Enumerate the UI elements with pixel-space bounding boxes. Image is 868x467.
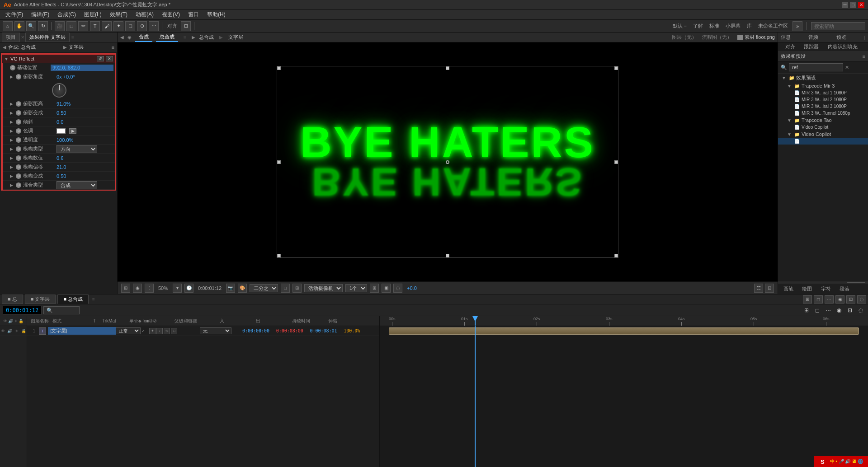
clear-search-btn[interactable]: ✕ [845,65,849,70]
close-button[interactable]: ✕ [858,2,864,8]
workspace-more[interactable]: » [793,21,802,31]
prop-dropdown-blurtype[interactable]: 方向 高斯 [57,145,97,153]
brush-tool[interactable]: 🖌 [102,21,112,31]
prop-expand-tilt[interactable]: ▶ [10,120,13,124]
title-bar-controls[interactable]: ─ □ ✕ [842,2,864,8]
tree-item-tao1[interactable]: 📄 Video Copilot [778,124,868,131]
prop-value-opacity[interactable]: 100.0% [57,137,113,143]
prop-blur-fade[interactable]: ▶ ⊙ 模糊变成 0.50 [3,172,115,181]
prop-value-blurval[interactable]: 0.6 [57,155,113,161]
vis-lock-btn[interactable]: 🔓 [21,328,27,334]
prop-expand-blend[interactable]: ▶ [10,183,13,187]
prop-expand-blurtype[interactable]: ▶ [10,147,13,151]
prop-value-height[interactable]: 91.0% [57,101,113,107]
transparency-btn[interactable]: ☷ [754,284,763,293]
prop-value-tilt[interactable]: 0.0 [57,119,113,125]
handle-mid-left[interactable] [277,160,281,164]
tree-item-video-copilot[interactable]: ▼ 📁 Video Copilot [778,131,868,138]
zoom-dropdown-btn[interactable]: ▾ [173,284,182,293]
content-fill-label[interactable]: 内容识别填充 [824,41,861,50]
minimize-button[interactable]: ─ [842,2,848,8]
restore-button[interactable]: □ [850,2,856,8]
vis-eye-btn[interactable]: 👁 [0,328,6,334]
paint-label[interactable]: 绘图 [798,283,816,292]
handle-top-mid[interactable] [446,66,449,70]
tl-ctrl-5[interactable]: ⊡ [845,306,854,315]
handle-bottom-mid[interactable] [446,254,449,257]
timeline-search[interactable] [43,306,80,314]
vg-reset-btn[interactable]: ↺ [97,56,104,61]
tl-opt-4[interactable]: ◉ [835,295,844,304]
snapshot-btn[interactable]: 📷 [226,284,235,293]
timecode-btn[interactable]: 🕐 [184,284,193,293]
tree-item-trapcode-mir[interactable]: ▼ 📁 Trapcode Mir 3 [778,82,868,89]
tl-tab-textlayer[interactable]: ■ 文字层 [25,294,56,304]
workspace-small[interactable]: 小屏幕 [724,23,742,29]
rotate-tool[interactable]: ↻ [38,21,48,31]
prop-value-position[interactable]: 992.0, 682.0 [51,65,113,71]
prop-expand-blurval[interactable]: ▶ [10,156,13,160]
tl-ctrl-2[interactable]: ◻ [813,306,822,315]
quality-dropdown[interactable]: 二分之 [250,284,278,292]
tl-opt-2[interactable]: ◻ [814,295,823,304]
fast-preview-btn[interactable]: □ [281,284,290,293]
preview-label[interactable]: 预览 [836,34,846,41]
tl-ctrl-4[interactable]: ◉ [835,306,844,315]
snap-btn[interactable]: ⊞ [121,284,130,293]
mode-check[interactable]: ✓ [142,329,145,333]
menu-edit[interactable]: 编辑(E) [28,10,53,19]
zoom-tool[interactable]: 🔍 [26,21,36,31]
home-button[interactable]: ⌂ [3,21,13,31]
menu-view[interactable]: 视图(V) [158,10,184,19]
align-btn[interactable]: ⊞ [181,21,191,31]
prop-shadow-fade[interactable]: ▶ ⊙ 俯影变成 0.50 [3,108,115,117]
search-input[interactable] [811,22,865,30]
preview-canvas[interactable]: BYE HATERS BYE HATERS [118,42,778,281]
hand-tool[interactable]: ✋ [14,21,24,31]
prop-value-bluroffset[interactable]: 21.0 [57,164,113,170]
menu-effects[interactable]: 效果(T) [106,10,131,19]
vg-delete-btn[interactable]: ✕ [106,56,113,61]
tab-effect-controls[interactable]: 效果控件 文字层 [25,33,70,42]
prop-expand-height[interactable]: ▶ [10,102,13,106]
prop-color[interactable]: ▶ ⊙ 色调 ▶ [3,126,115,135]
tree-item-mir4[interactable]: 📄 MIR 3 W...Tunnel 1080p [778,110,868,117]
prop-base-position[interactable]: ⊙ 基础位置 992.0, 682.0 [3,63,115,72]
pen-tool[interactable]: ✏ [78,21,88,31]
preview-tab-total[interactable]: 总合成 [156,33,178,42]
layer-parent-dropdown[interactable]: 无 [200,327,231,334]
switch-box[interactable]: □ [171,328,177,334]
menu-help[interactable]: 帮助(H) [203,10,229,19]
grid-btn[interactable]: ⋮ [145,284,154,293]
tl-tabs-menu[interactable]: ≡ [92,297,95,302]
prop-expand-fade[interactable]: ▶ [10,111,13,115]
view-dropdown[interactable]: 1个 [345,284,367,292]
prop-shadow-height[interactable]: ▶ ⊙ 俯影距高 91.0% [3,99,115,108]
tl-opt-5[interactable]: ⊡ [846,295,855,304]
handle-top-right[interactable] [614,66,618,70]
handle-mid-right[interactable] [614,160,618,164]
prop-expand-blurfade[interactable]: ▶ [10,174,13,178]
prop-expand-bluroffset[interactable]: ▶ [10,165,13,169]
layer-name-cell[interactable]: [文字层] [48,327,116,335]
tree-item-mir3[interactable]: 📄 MIR 3 W...iral 3 1080P [778,103,868,110]
motion-blur-btn[interactable]: ◌ [393,284,402,293]
char-label[interactable]: 字符 [817,283,835,292]
switch-star[interactable]: ✦ [149,328,156,334]
prop-blur-value[interactable]: ▶ ⊙ 模糊数值 0.6 [3,154,115,163]
tracker-label[interactable]: 跟踪器 [800,41,822,50]
preview-tab-compose[interactable]: 合成 [135,33,152,42]
camera-tool[interactable]: 🎥 [55,21,65,31]
handle-bottom-left[interactable] [277,254,281,257]
audio-label[interactable]: 音频 [808,34,818,41]
prop-value-angle[interactable]: 0x +0.0° [57,74,113,79]
tl-opt-1[interactable]: ⊞ [803,295,812,304]
tree-item-mir2[interactable]: 📄 MIR 3 W...iral 2 1080P [778,96,868,103]
prop-expand-angle[interactable]: ▶ [10,75,13,79]
camera-dropdown[interactable]: 活动摄像机 [304,284,343,292]
align-label-right[interactable]: 对齐 [782,41,799,50]
prop-value-fade[interactable]: 0.50 [57,110,113,116]
tl-tab-compose[interactable]: ■ 总合成 [57,294,89,304]
preview-nav-back[interactable]: ◀ [120,35,124,40]
workspace-standard[interactable]: 标准 [708,23,721,29]
